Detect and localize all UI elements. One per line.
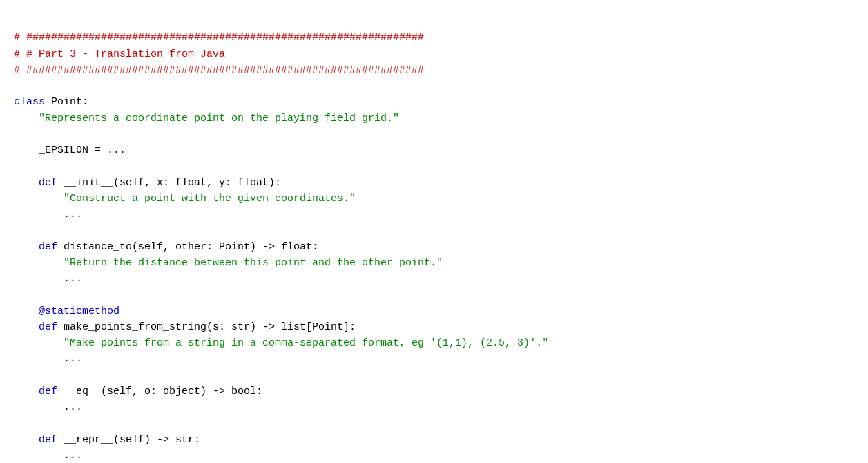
code-segment	[14, 257, 64, 269]
code-line	[14, 78, 854, 94]
code-line	[14, 415, 854, 431]
code-line: class Point:	[14, 94, 854, 110]
code-segment	[14, 177, 39, 189]
code-display: # ######################################…	[14, 14, 854, 463]
code-segment	[14, 386, 39, 397]
code-segment: # ######################################…	[14, 64, 424, 76]
code-line: def distance_to(self, other: Point) -> f…	[14, 239, 854, 255]
code-line: "Represents a coordinate point on the pl…	[14, 111, 854, 126]
code-segment: distance_to(self, other: Point) -> float…	[57, 241, 318, 253]
code-segment	[14, 305, 39, 317]
code-line: _EPSILON = ...	[14, 142, 854, 158]
code-segment	[14, 241, 39, 253]
code-line	[14, 287, 854, 303]
code-line: ...	[14, 207, 854, 223]
code-segment: def	[39, 434, 57, 446]
code-segment: ...	[14, 401, 82, 413]
code-line	[14, 368, 854, 384]
code-segment: make_points_from_string(s: str) -> list[…	[57, 321, 356, 333]
code-line: def __eq__(self, o: object) -> bool:	[14, 384, 854, 399]
code-segment: "Make points from a string in a comma-se…	[64, 337, 542, 349]
code-segment: class	[14, 96, 45, 108]
code-segment: def	[39, 386, 57, 397]
code-segment	[14, 434, 39, 446]
code-line: ...	[14, 351, 854, 367]
code-line: @staticmethod	[14, 303, 854, 319]
code-line: def __init__(self, x: float, y: float):	[14, 175, 854, 191]
code-line: def make_points_from_string(s: str) -> l…	[14, 319, 854, 335]
code-segment: # ######################################…	[14, 32, 424, 44]
code-segment	[14, 193, 64, 205]
code-segment: def	[39, 177, 57, 189]
code-line: # ######################################…	[14, 62, 854, 78]
code-line: ...	[14, 271, 854, 287]
code-line: # ######################################…	[14, 30, 854, 46]
code-segment	[14, 321, 39, 333]
code-segment: __init__(self, x: float, y: float):	[57, 177, 281, 189]
code-segment: ...	[14, 273, 82, 285]
code-segment: __eq__(self, o: object) -> bool:	[57, 386, 262, 397]
code-segment: _EPSILON = ...	[14, 144, 126, 156]
code-segment: ...	[14, 209, 82, 220]
code-line: "Construct a point with the given coordi…	[14, 191, 854, 207]
code-line	[14, 158, 854, 174]
code-segment: __repr__(self) -> str:	[57, 434, 200, 446]
code-line: "Make points from a string in a comma-se…	[14, 335, 854, 351]
code-line: # # Part 3 - Translation from Java	[14, 46, 854, 62]
code-segment: # # Part 3 - Translation from Java	[14, 48, 225, 60]
code-segment: "Represents a coordinate point on the pl…	[39, 113, 399, 124]
code-line: def __repr__(self) -> str:	[14, 432, 854, 448]
code-segment: Point:	[45, 96, 88, 108]
code-segment	[14, 113, 39, 124]
code-segment: def	[39, 241, 57, 253]
code-segment	[14, 337, 64, 349]
code-segment: def	[39, 321, 57, 333]
code-segment: "Return the distance between this point …	[64, 257, 443, 269]
code-segment: "Construct a point with the given coordi…	[64, 193, 356, 205]
code-line: ...	[14, 399, 854, 415]
code-line	[14, 223, 854, 238]
code-segment: ...	[14, 450, 82, 462]
code-segment: ...	[14, 353, 82, 365]
code-line: "Return the distance between this point …	[14, 255, 854, 271]
code-segment: @staticmethod	[39, 305, 119, 317]
code-line	[14, 126, 854, 142]
code-segment: "	[542, 337, 548, 349]
code-line: ...	[14, 448, 854, 463]
